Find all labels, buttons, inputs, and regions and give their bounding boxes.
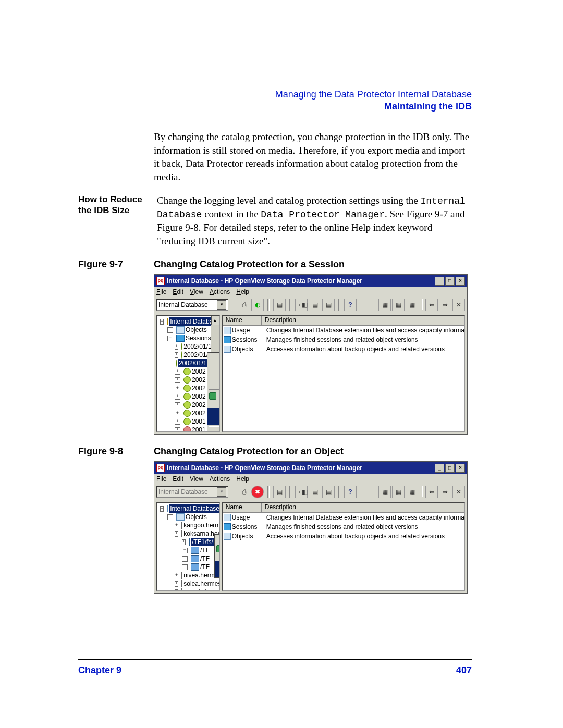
list-pane-2[interactable]: Name Description UsageChanges Internal D… <box>222 502 465 591</box>
expander-icon[interactable]: + <box>175 419 180 425</box>
expander-icon[interactable]: + <box>167 327 173 333</box>
maximize-button[interactable]: □ <box>445 464 455 473</box>
context-menu-item[interactable]: Remove Session <box>207 379 220 388</box>
expander-icon[interactable]: + <box>175 589 178 591</box>
tree-node[interactable]: +Objects <box>160 326 218 334</box>
toolbar-btn-6[interactable]: ▤ <box>322 299 335 311</box>
list-header-2[interactable]: Name Description <box>223 503 464 513</box>
col-desc[interactable]: Description <box>262 503 464 512</box>
toolbar-stop[interactable]: ✖ <box>251 486 264 498</box>
expander-icon[interactable]: + <box>175 344 178 350</box>
expander-icon[interactable]: − <box>160 506 164 512</box>
list-item[interactable]: UsageChanges Internal Database extension… <box>223 513 464 522</box>
menu-help[interactable]: Help <box>236 475 249 483</box>
toolbar-btn-r5[interactable]: ⇒ <box>439 486 451 498</box>
expander-icon[interactable]: + <box>175 402 180 408</box>
tree-pane[interactable]: −Internal Database+Objects−Sessions+2002… <box>156 315 220 432</box>
tree-node[interactable]: −Internal Database <box>160 317 218 326</box>
tree-node[interactable]: +sunmix.hermes <box>160 588 218 591</box>
expander-icon[interactable]: − <box>167 336 173 341</box>
scroll-up[interactable]: ▴ <box>211 316 219 325</box>
menubar-2[interactable]: File Edit View Actions Help <box>154 474 467 484</box>
toolbar-btn-1[interactable]: ⎙ <box>238 486 250 498</box>
help-button[interactable]: ? <box>344 299 357 311</box>
toolbar-btn-5[interactable]: ▤ <box>309 486 321 498</box>
toolbar-btn-r6[interactable]: ✕ <box>452 486 465 498</box>
tree-node[interactable]: +solea.hermes <box>160 579 218 588</box>
context-menu-item[interactable]: Remove Session Messages <box>207 362 220 379</box>
toolbar-btn-r1[interactable]: ▦ <box>378 486 391 498</box>
menu-file[interactable]: File <box>156 475 166 483</box>
help-button[interactable]: ? <box>344 486 357 498</box>
tree-node[interactable]: −Sessions <box>160 334 218 342</box>
tree-pane-2[interactable]: −Internal Database+Objects+kangoo.hermes… <box>156 502 220 591</box>
menu-view[interactable]: View <box>190 475 203 483</box>
tree-node[interactable]: +koksarna.hermes <box>160 529 218 538</box>
toolbar-btn-r1[interactable]: ▦ <box>378 299 391 311</box>
context-menu-item[interactable]: Properties...Alt+Enter <box>207 428 220 432</box>
expander-icon[interactable]: + <box>175 369 180 375</box>
tree-node[interactable]: +/TF <box>160 554 218 563</box>
expander-icon[interactable]: + <box>175 581 178 587</box>
list-item[interactable]: UsageChanges Internal Database extension… <box>223 326 464 335</box>
close-button[interactable]: × <box>456 277 465 286</box>
toolbar-btn-2[interactable]: ◐ <box>251 299 264 311</box>
menu-edit[interactable]: Edit <box>173 288 183 295</box>
col-name[interactable]: Name <box>223 503 262 512</box>
expander-icon[interactable]: + <box>182 564 188 570</box>
list-item[interactable]: SessionsManages finished sessions and re… <box>223 335 464 344</box>
expander-icon[interactable]: + <box>175 394 180 400</box>
menu-actions[interactable]: Actions <box>210 475 230 483</box>
toolbar-btn-r3[interactable]: ▦ <box>406 299 418 311</box>
toolbar-btn-r4[interactable]: ⇐ <box>425 486 438 498</box>
tree-node[interactable]: +kangoo.hermes <box>160 521 218 529</box>
expander-icon[interactable]: + <box>182 556 188 562</box>
list-header[interactable]: Name Description <box>223 316 464 326</box>
menu-file[interactable]: File <box>156 288 166 295</box>
close-button[interactable]: × <box>456 464 465 473</box>
tree-node[interactable]: +/TF1/fs/HFS1 [/TF1/ <box>160 538 218 546</box>
list-item[interactable]: ObjectsAccesses information about backup… <box>223 344 464 354</box>
expander-icon[interactable]: + <box>175 411 180 416</box>
expander-icon[interactable]: + <box>175 352 178 358</box>
toolbar-btn-r4[interactable]: ⇐ <box>425 299 438 311</box>
toolbar-btn-r5[interactable]: ⇒ <box>439 299 451 311</box>
expander-icon[interactable]: + <box>182 548 188 553</box>
toolbar-btn-4[interactable]: →◧ <box>295 299 308 311</box>
toolbar-btn-r2[interactable]: ▦ <box>392 486 405 498</box>
context-menu-item[interactable]: Remove Versions <box>207 353 220 362</box>
context-menu-item[interactable]: Change Catalog Protection... <box>207 408 220 425</box>
expander-icon[interactable]: + <box>175 377 180 383</box>
context-selector[interactable]: Internal Database ▾ <box>156 299 228 311</box>
tree-node[interactable]: +nivea.hermes <box>160 571 218 579</box>
toolbar-btn-6[interactable]: ▤ <box>322 486 335 498</box>
toolbar-btn-r3[interactable]: ▦ <box>406 486 418 498</box>
expander-icon[interactable]: + <box>175 531 178 537</box>
tree-node[interactable]: +/TF <box>160 546 218 554</box>
tree-node[interactable]: +Objects <box>160 513 218 521</box>
menu-edit[interactable]: Edit <box>173 475 183 483</box>
menu-view[interactable]: View <box>190 288 203 295</box>
toolbar-btn-4[interactable]: →◧ <box>295 486 308 498</box>
menu-help[interactable]: Help <box>236 288 249 295</box>
toolbar-btn-r2[interactable]: ▦ <box>392 299 405 311</box>
tree-node[interactable]: −Internal Database <box>160 504 218 513</box>
col-name[interactable]: Name <box>223 316 262 325</box>
list-item[interactable]: SessionsManages finished sessions and re… <box>223 522 464 532</box>
toolbar-btn-r6[interactable]: ✕ <box>452 299 465 311</box>
list-pane[interactable]: Name Description UsageChanges Internal D… <box>222 315 465 432</box>
tree-node[interactable]: +2002/01/18-2 <box>160 342 218 351</box>
expander-icon[interactable]: − <box>160 319 164 325</box>
expander-icon[interactable]: + <box>167 514 173 520</box>
toolbar-btn-3[interactable]: ▤ <box>273 486 286 498</box>
expander-icon[interactable]: + <box>175 386 180 391</box>
context-menu-item[interactable]: Remove Versions <box>215 535 220 544</box>
toolbar-btn-3[interactable]: ▤ <box>273 299 286 311</box>
expander-icon[interactable]: + <box>175 427 180 433</box>
list-item[interactable]: ObjectsAccesses information about backup… <box>223 532 464 541</box>
toolbar-btn-5[interactable]: ▤ <box>309 299 321 311</box>
dropdown-icon[interactable]: ▾ <box>217 300 226 310</box>
minimize-button[interactable]: _ <box>435 464 444 473</box>
maximize-button[interactable]: □ <box>445 277 455 286</box>
context-menu-item[interactable]: Change Data Protection... <box>207 391 220 408</box>
